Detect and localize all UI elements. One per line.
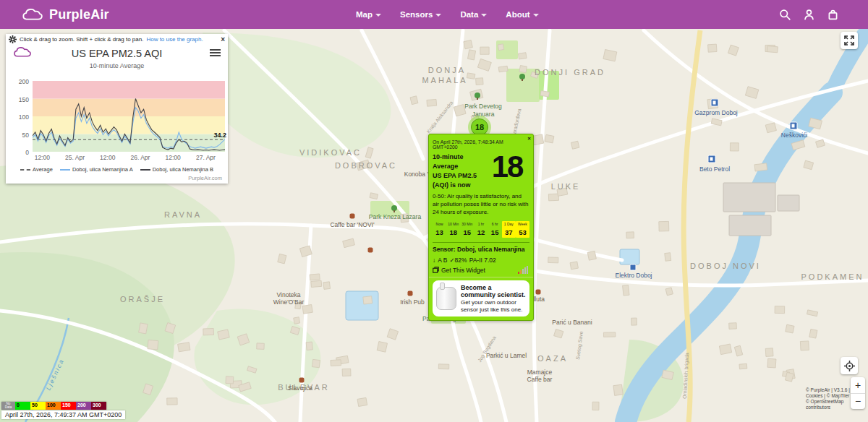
legend-item[interactable]: Doboj, ulica Nemanjina B [140,166,213,173]
download-icon[interactable]: ↓ [433,257,435,264]
fullscreen-button[interactable] [841,32,858,49]
aqi-average-cell[interactable]: Now13 [433,221,446,238]
purpleair-logo[interactable]: PurpleAir [22,7,109,22]
chart-menu-icon[interactable] [210,49,221,58]
graph-panel: Click & drag to zoom. Shift + click & dr… [6,34,228,184]
legend-item[interactable]: Doboj, ulica Nemanjina A [60,166,133,173]
graph-close-button[interactable]: × [221,36,225,43]
main-nav: Map Sensors Data About [356,10,539,19]
cafe-icon [299,378,305,383]
widget-icon [433,267,439,273]
zoom-in-button[interactable]: + [851,378,865,394]
chart-subtitle: 10-minute Average [6,62,228,72]
scale-stop: 50 [30,402,46,410]
aqi-color-scale: NoData050100150200300 [1,402,106,410]
chart-plot-area[interactable]: 050100150200 12:0025. Apr12:0026. Apr12:… [6,81,228,152]
chart-legend[interactable]: AverageDoboj, ulica Nemanjina ADoboj, ul… [6,166,228,173]
chevron-down-icon [375,14,381,17]
fuel-icon [711,99,719,107]
how-to-use-link[interactable]: How to use the graph. [146,36,203,43]
sensor-meta: ↓ A B ✓82% PA-II 7.02 [433,257,529,264]
aqi-average-cell[interactable]: 1 Day37 [502,221,516,238]
zoom-control: + − [851,377,865,409]
sensor-name: Sensor: Doboj, ulica Nemanjina [433,246,529,253]
sensor-popup: × On April 27th, 2026, 7:48:34 AM GMT+02… [428,134,534,321]
account-icon[interactable] [803,9,815,21]
legend-item[interactable]: Average [20,166,53,173]
community-scientist-cta[interactable]: Become a community scientist. Get your o… [433,280,529,317]
bar-icon [350,214,355,219]
current-value-label: 34.2 [213,132,226,139]
cart-icon[interactable] [827,9,839,21]
aqi-average-cell[interactable]: 10 Min18 [446,221,460,238]
aqi-average-cell[interactable]: 6 hr15 [488,221,502,238]
popup-metric-label: 10-minute Average US EPA PM2.5 (AQI) is … [433,152,485,190]
gear-icon[interactable] [9,35,17,43]
get-widget-link[interactable]: Get This Widget [441,267,485,274]
graph-hint-bar: Click & drag to zoom. Shift + click & dr… [6,34,228,45]
cta-title: Become a community scientist. [461,284,526,300]
search-icon[interactable] [779,9,791,21]
restaurant-icon [408,291,413,296]
graph-hint-text: Click & drag to zoom. Shift + click & dr… [20,36,143,43]
scale-stop: 200 [76,402,91,410]
tree-icon [519,74,525,79]
signal-bars-icon [518,266,528,274]
fullscreen-icon [844,35,854,46]
fuel-icon [790,122,798,130]
brand-name: PurpleAir [49,7,109,22]
sensor-product-image [436,287,456,310]
nav-data[interactable]: Data [460,10,487,19]
map-attribution[interactable]: © PurpleAir | V3.1.6 | Cookies | © MapTi… [806,387,852,411]
tree-icon [391,205,397,211]
header-icons [779,9,839,21]
purpleair-map-app: PurpleAir Map Sensors Data About Click &… [0,0,868,422]
fuel-icon [708,155,716,163]
chevron-down-icon [533,14,539,17]
aqi-average-cell[interactable]: 1 hr12 [474,221,488,238]
map-timestamp: April 27th, 2026, 7:49:37 AM GMT+0200 [1,410,125,419]
scale-stop: 300 [91,402,106,410]
top-navbar: PurpleAir Map Sensors Data About [0,0,868,29]
popup-timestamp: On April 27th, 2026, 7:48:34 AM GMT+0200 [433,139,529,150]
cloud-logo-icon [13,45,32,59]
aqi-average-cell[interactable]: Week53 [516,221,529,238]
chart-title: US EPA PM2.5 AQI [6,45,228,59]
locate-button[interactable] [841,357,858,374]
nav-about[interactable]: About [506,10,538,19]
shop-icon [630,264,637,271]
nav-sensors[interactable]: Sensors [400,10,441,19]
chevron-down-icon [481,14,487,17]
popup-close-button[interactable]: × [527,135,531,142]
tree-icon [475,92,480,98]
aqi-description: 0-50: Air quality is satisfactory, and a… [433,193,529,216]
bar-icon [536,290,541,295]
watermark: PurpleAir.com [188,175,222,181]
nav-map[interactable]: Map [356,10,381,19]
aqi-value: 18 [485,152,529,190]
scale-stop: 100 [46,402,61,410]
aqi-average-cell[interactable]: 30 Min15 [460,221,474,238]
scale-no-data: NoData [1,402,15,410]
chevron-down-icon [435,14,441,17]
cta-text: Get your own outdoor sensor just like th… [461,299,526,313]
zoom-out-button[interactable]: − [851,394,865,409]
aqi-averages-table[interactable]: Now1310 Min1830 Min151 hr126 hr151 Day37… [433,221,529,238]
scale-stop: 0 [15,402,30,410]
cloud-logo-icon [22,7,43,22]
restaurant-icon [368,248,373,253]
scale-stop: 150 [61,402,76,410]
locate-icon [844,361,855,371]
